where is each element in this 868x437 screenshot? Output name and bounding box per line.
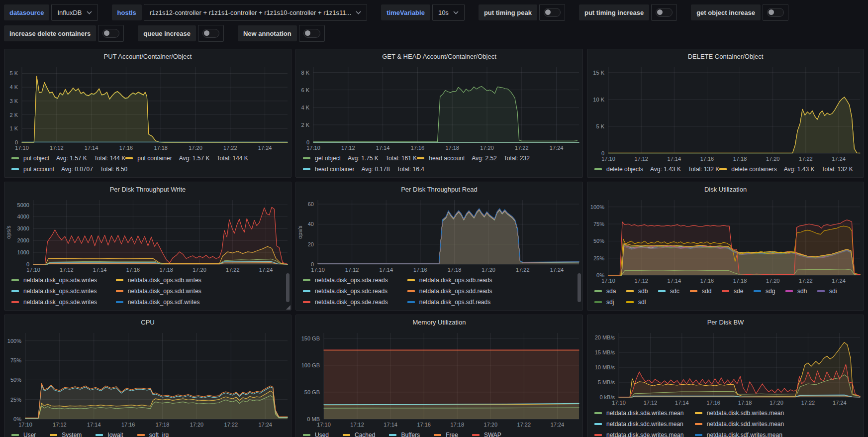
legend-swatch <box>303 279 310 281</box>
legend-item[interactable]: netdata.disk_ops.sde.writes <box>11 299 116 306</box>
svg-text:17:14: 17:14 <box>376 145 390 151</box>
svg-text:17:16: 17:16 <box>126 267 140 273</box>
legend-item[interactable]: SWAP <box>472 432 501 437</box>
svg-text:17:20: 17:20 <box>190 422 204 428</box>
legend-row: netdata.disk_ops.sda.reads netdata.disk_… <box>303 275 578 286</box>
panel-title[interactable]: DELETE Container/Object <box>587 51 864 63</box>
legend-item[interactable]: netdata.disk.sdd.writes.mean <box>695 421 784 428</box>
legend-stat: Avg: 1.75 K <box>348 155 379 162</box>
legend-item[interactable]: netdata.disk_ops.sdd.writes <box>116 288 201 295</box>
svg-text:0: 0 <box>306 139 309 145</box>
legend-item[interactable]: put container Avg: 1.57 KTotal: 144 K <box>125 155 248 162</box>
panel-title[interactable]: GET & HEAD Account/Container/Object <box>296 51 582 63</box>
panel-resize-handle[interactable] <box>286 305 290 310</box>
legend-item[interactable]: netdata.disk_ops.sdb.writes <box>116 277 201 284</box>
legend-stat: Avg: 2.52 <box>472 155 496 162</box>
legend-item[interactable]: netdata.disk_ops.sdf.reads <box>407 299 490 306</box>
legend-item[interactable]: sda <box>594 288 626 295</box>
svg-text:4 K: 4 K <box>9 84 18 90</box>
toggle-switch[interactable] <box>98 25 124 42</box>
toggle-switch[interactable] <box>651 4 677 21</box>
svg-text:17:24: 17:24 <box>832 278 846 284</box>
legend-item[interactable]: Cached <box>343 432 375 437</box>
legend-item[interactable]: netdata.disk_ops.sdb.reads <box>407 277 492 284</box>
legend-item[interactable]: Iowait <box>96 432 123 437</box>
legend-item[interactable]: sdc <box>658 288 690 295</box>
legend-item[interactable]: netdata.disk_ops.sda.reads <box>303 277 407 284</box>
chart-canvas[interactable]: 17:1017:1217:1417:1617:1817:2017:2217:24… <box>296 196 582 275</box>
legend-item[interactable]: Buffers <box>389 432 420 437</box>
svg-text:3 K: 3 K <box>9 98 18 104</box>
toggle-switch[interactable] <box>299 25 325 42</box>
legend-item[interactable]: sdd <box>690 288 722 295</box>
chart-canvas[interactable]: 17:1017:1217:1417:1617:1817:2017:2217:24… <box>296 328 582 430</box>
toggle-switch[interactable] <box>198 25 224 42</box>
legend-item[interactable]: sdh <box>785 288 817 295</box>
legend-swatch <box>594 412 602 414</box>
legend-item[interactable]: netdata.disk.sda.writes.mean <box>594 410 695 417</box>
legend-item[interactable]: sdj <box>594 299 626 306</box>
legend-item[interactable]: netdata.disk.sde.writes.mean <box>594 432 695 437</box>
legend-item[interactable]: head container Avg: 0.178Total: 16.4 <box>303 166 424 173</box>
panel-title[interactable]: Disk Utilization <box>587 184 864 196</box>
legend-item[interactable]: sdl <box>626 299 658 306</box>
legend-item[interactable]: delete objects Avg: 1.43 KTotal: 132 K <box>594 166 719 173</box>
panel-title[interactable]: CPU <box>4 317 291 328</box>
svg-text:4 K: 4 K <box>301 105 309 110</box>
chart-canvas[interactable]: 17:1017:1217:1417:1617:1817:2017:2217:24… <box>4 196 291 275</box>
legend-item[interactable]: netdata.disk_ops.sdf.writes <box>116 299 200 306</box>
legend-item[interactable]: netdata.disk_ops.sde.reads <box>303 299 407 306</box>
legend-item[interactable]: sdb <box>626 288 658 295</box>
panel-title[interactable]: Per Disk BW <box>587 317 864 328</box>
legend-swatch <box>303 434 310 436</box>
legend-item[interactable]: get object Avg: 1.75 KTotal: 161 K <box>303 155 417 162</box>
panel-title[interactable]: PUT Account/Container/Object <box>4 51 291 63</box>
panel-title[interactable]: Per Disk Throughput Read <box>296 184 582 196</box>
panel-title[interactable]: Memory Utilization <box>296 317 582 328</box>
legend-item[interactable]: delete containers Avg: 1.43 KTotal: 132 … <box>719 166 853 173</box>
variable-value-dropdown[interactable]: InfluxDB <box>51 4 97 21</box>
chart-canvas[interactable]: 17:1017:1217:1417:1617:1817:2017:2217:24… <box>4 63 291 153</box>
legend-item[interactable]: netdata.disk_ops.sdc.reads <box>303 288 407 295</box>
chart-canvas[interactable]: 17:1017:1217:1417:1617:1817:2017:2217:24… <box>4 328 291 430</box>
panel-title[interactable]: Per Disk Throughput Write <box>4 184 291 196</box>
svg-text:17:16: 17:16 <box>706 400 720 406</box>
legend-item[interactable]: netdata.disk.sdc.writes.mean <box>594 421 695 428</box>
variable-value-dropdown[interactable]: r1z1s12-controller + r1z1s1-controller +… <box>144 4 367 21</box>
svg-text:5 K: 5 K <box>596 123 604 129</box>
legend-item[interactable]: netdata.disk_ops.sdc.writes <box>11 288 116 295</box>
legend-item[interactable]: netdata.disk.sdb.writes.mean <box>695 410 784 417</box>
chart-canvas[interactable]: 17:1017:1217:1417:1617:1817:2017:2217:24… <box>296 63 582 153</box>
legend-scrollbar[interactable] <box>578 273 581 302</box>
legend-item[interactable]: netdata.disk_ops.sdd.reads <box>407 288 492 295</box>
variable-value-dropdown[interactable]: 10s <box>432 4 465 21</box>
toggle-switch[interactable] <box>539 4 565 21</box>
variable-label: hostls <box>112 4 142 20</box>
legend-item[interactable]: Used <box>303 432 329 437</box>
svg-text:17:24: 17:24 <box>258 422 272 428</box>
toggle-switch[interactable] <box>763 4 788 21</box>
legend-item[interactable]: sdg <box>754 288 785 295</box>
legend-item[interactable]: netdata.disk_ops.sda.writes <box>11 277 116 284</box>
svg-text:17:14: 17:14 <box>85 145 98 151</box>
chart-area: 17:1017:1217:1417:1617:1817:2017:2217:24… <box>4 328 291 430</box>
legend-item[interactable]: User <box>11 432 36 437</box>
legend-item[interactable]: System <box>50 432 82 437</box>
chart-canvas[interactable]: 17:1017:1217:1417:1617:1817:2017:2217:24… <box>587 328 864 408</box>
legend-item[interactable]: Free <box>434 432 458 437</box>
legend-item[interactable]: soft_irq <box>137 432 169 437</box>
chart-canvas[interactable]: 17:1017:1217:1417:1617:1817:2017:2217:24… <box>587 63 864 164</box>
legend-item[interactable]: put object Avg: 1.57 KTotal: 144 K <box>11 155 125 162</box>
chart-canvas[interactable]: 17:1017:1217:1417:1617:1817:2017:2217:24… <box>587 196 864 286</box>
legend-item[interactable]: sde <box>722 288 754 295</box>
svg-text:1000: 1000 <box>17 249 29 255</box>
legend-item[interactable]: netdata.disk.sdf.writes.mean <box>695 432 782 437</box>
legend-item[interactable]: put account Avg: 0.0707Total: 6.50 <box>11 166 127 173</box>
svg-text:0%: 0% <box>13 416 21 422</box>
legend-row: netdata.disk_ops.sde.writes netdata.disk… <box>11 297 286 308</box>
switch-track <box>202 29 219 38</box>
legend-item[interactable]: sdi <box>817 288 849 295</box>
legend-item[interactable]: head account Avg: 2.52Total: 232 <box>417 155 530 162</box>
legend-row: sda sdb sdc sdd sde sdg sdh sdi <box>594 286 859 297</box>
legend-scrollbar[interactable] <box>286 273 289 302</box>
